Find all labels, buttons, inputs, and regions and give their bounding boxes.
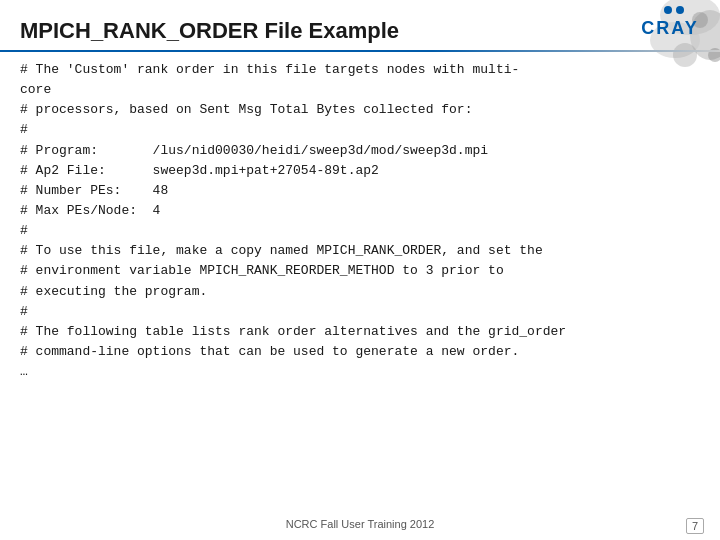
- title-bar: MPICH_RANK_ORDER File Example: [20, 18, 580, 44]
- content-area: # The 'Custom' rank order in this file t…: [20, 60, 700, 500]
- cray-logo: CRAY: [641, 18, 698, 39]
- logo-area: CRAY: [630, 8, 710, 48]
- conference-label: NCRC Fall User Training 2012: [286, 518, 435, 530]
- slide-container: MPICH_RANK_ORDER File Example CRAY # The…: [0, 0, 720, 540]
- title-underline: [0, 50, 720, 52]
- code-block: # The 'Custom' rank order in this file t…: [20, 60, 700, 382]
- footer: NCRC Fall User Training 2012: [0, 518, 720, 530]
- page-number: 7: [686, 518, 704, 534]
- page-title: MPICH_RANK_ORDER File Example: [20, 18, 399, 43]
